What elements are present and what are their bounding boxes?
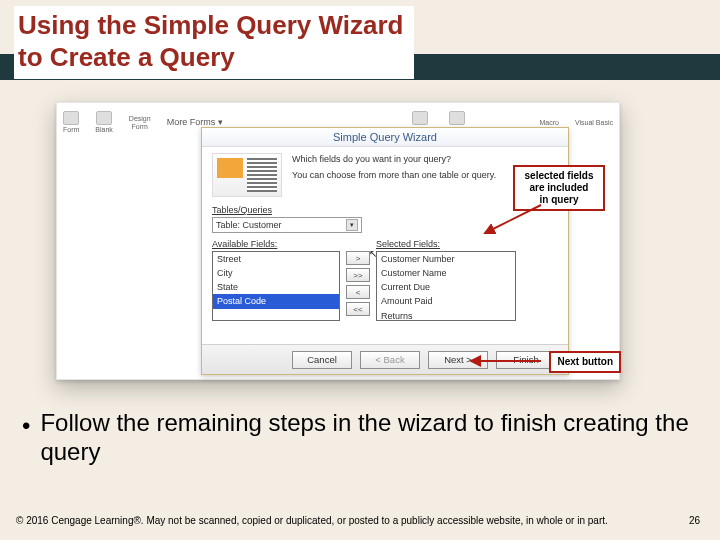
add-field-button[interactable]: > ↖ bbox=[346, 251, 370, 265]
bullet-icon: • bbox=[22, 408, 30, 467]
list-item[interactable]: City bbox=[213, 266, 339, 280]
list-item[interactable]: Street bbox=[213, 252, 339, 266]
list-item[interactable]: Customer Name bbox=[377, 266, 515, 280]
finish-button[interactable]: Finish bbox=[496, 351, 556, 369]
list-item[interactable]: Amount Paid bbox=[377, 294, 515, 308]
wizard-illustration-icon bbox=[212, 153, 282, 197]
cancel-button[interactable]: Cancel bbox=[292, 351, 352, 369]
page-number: 26 bbox=[689, 515, 700, 526]
bullet-point: • Follow the remaining steps in the wiza… bbox=[22, 408, 704, 467]
slide-title: Using the Simple Query Wizard to Create … bbox=[18, 10, 404, 73]
list-item[interactable]: State bbox=[213, 280, 339, 294]
copyright: © 2016 Cengage Learning®. May not be sca… bbox=[16, 515, 608, 526]
wizard-footer: Cancel < Back Next > Finish bbox=[202, 344, 568, 374]
bullet-text: Follow the remaining steps in the wizard… bbox=[40, 408, 704, 467]
selected-fields-label: Selected Fields: bbox=[376, 239, 516, 249]
next-button[interactable]: Next > bbox=[428, 351, 488, 369]
wizard-screenshot: Form Blank DesignForm More Forms ▾ Desig… bbox=[56, 102, 620, 380]
tables-queries-combo[interactable]: Table: Customer ▾ bbox=[212, 217, 362, 233]
list-item[interactable]: Current Due bbox=[377, 280, 515, 294]
chevron-down-icon[interactable]: ▾ bbox=[346, 219, 358, 231]
field-move-buttons: > ↖ >> < << bbox=[346, 239, 370, 316]
selected-fields-list[interactable]: Customer Number Customer Name Current Du… bbox=[376, 251, 516, 321]
remove-field-button[interactable]: < bbox=[346, 285, 370, 299]
list-item[interactable]: Customer Number bbox=[377, 252, 515, 266]
list-item[interactable]: Postal Code bbox=[213, 294, 339, 308]
more-forms: More Forms ▾ bbox=[167, 117, 223, 127]
available-fields-list[interactable]: Street City State Postal Code bbox=[212, 251, 340, 321]
back-button[interactable]: < Back bbox=[360, 351, 420, 369]
title-block: Using the Simple Query Wizard to Create … bbox=[14, 6, 414, 79]
list-item[interactable]: Returns bbox=[377, 309, 515, 321]
dialog-title: Simple Query Wizard bbox=[202, 128, 568, 147]
cursor-icon: ↖ bbox=[369, 248, 377, 259]
callout-next-button: Next button bbox=[549, 351, 621, 373]
available-fields-label: Available Fields: bbox=[212, 239, 340, 249]
callout-selected-fields: selected fields are included in query bbox=[513, 165, 605, 211]
slide-footer: © 2016 Cengage Learning®. May not be sca… bbox=[16, 515, 700, 526]
tables-queries-value: Table: Customer bbox=[216, 220, 282, 230]
remove-all-fields-button[interactable]: << bbox=[346, 302, 370, 316]
tables-queries-label: Tables/Queries bbox=[212, 205, 558, 215]
add-all-fields-button[interactable]: >> bbox=[346, 268, 370, 282]
